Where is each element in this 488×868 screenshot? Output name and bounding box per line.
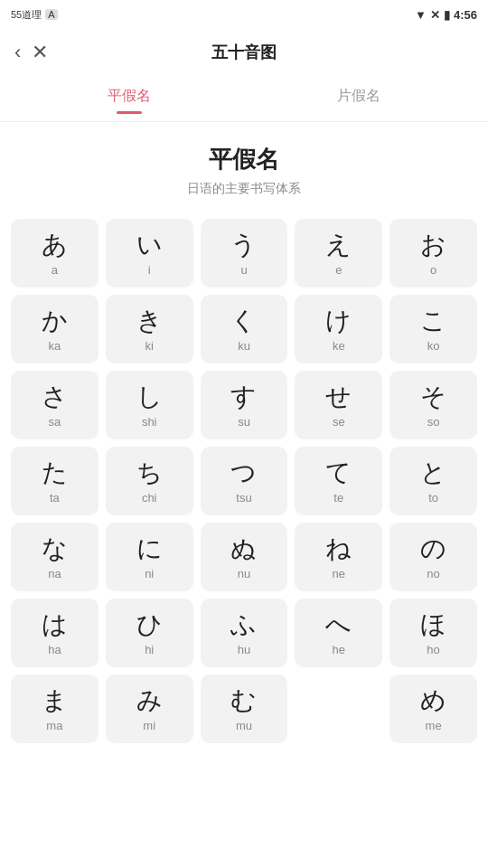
kana-cell-5-1[interactable]: ひhi	[106, 599, 193, 667]
status-a-icon: A	[45, 9, 57, 20]
kana-char-5-3: へ	[325, 609, 352, 640]
kana-char-4-2: ぬ	[230, 533, 257, 564]
kana-cell-4-4[interactable]: のno	[389, 523, 477, 591]
section-subtitle: 日语的主要书写体系	[14, 181, 474, 197]
kana-roman-0-3: e	[335, 263, 342, 277]
kana-cell-5-0[interactable]: はha	[11, 599, 99, 667]
kana-cell-2-3[interactable]: せse	[295, 371, 382, 439]
kana-char-0-3: え	[325, 230, 352, 260]
kana-cell-3-0[interactable]: たta	[11, 447, 99, 515]
kana-char-3-2: つ	[230, 458, 257, 488]
kana-cell-6-4[interactable]: めme	[389, 675, 477, 743]
kana-roman-3-0: ta	[50, 491, 60, 505]
kana-cell-3-4[interactable]: とto	[389, 447, 477, 515]
kana-roman-6-0: ma	[46, 719, 62, 732]
kana-char-5-0: は	[42, 609, 68, 640]
kana-char-5-1: ひ	[136, 609, 163, 640]
kana-cell-1-0[interactable]: かka	[11, 295, 99, 363]
status-left: 55道理 A	[11, 8, 58, 22]
kana-roman-4-3: ne	[333, 567, 345, 580]
kana-cell-0-1[interactable]: いi	[106, 219, 193, 288]
kana-roman-1-1: ki	[145, 339, 154, 353]
kana-roman-5-4: ho	[427, 643, 439, 656]
status-left-text: 55道理	[11, 8, 42, 22]
kana-char-6-2: む	[230, 685, 257, 716]
kana-cell-5-3[interactable]: へhe	[295, 599, 382, 667]
kana-char-6-4: め	[420, 685, 446, 716]
kana-cell-5-4[interactable]: ほho	[389, 599, 477, 667]
status-bar: 55道理 A ▼ ✕ ▮ 4:56	[0, 0, 488, 29]
kana-char-3-4: と	[420, 458, 446, 488]
kana-roman-0-1: i	[148, 263, 151, 277]
kana-cell-3-3[interactable]: てte	[295, 447, 382, 515]
kana-cell-6-0[interactable]: まma	[11, 675, 99, 743]
kana-roman-3-3: te	[333, 491, 343, 505]
tab-hiragana[interactable]: 平假名	[14, 76, 244, 121]
kana-cell-6-1[interactable]: みmi	[106, 675, 193, 743]
kana-char-3-3: て	[325, 458, 352, 488]
signal-icon: ✕	[430, 8, 440, 22]
top-nav: ‹ ✕ 五十音图	[0, 29, 488, 76]
kana-cell-2-0[interactable]: さsa	[11, 371, 99, 439]
kana-roman-2-4: so	[427, 415, 440, 429]
kana-roman-5-0: ha	[48, 643, 61, 656]
kana-char-5-2: ふ	[230, 609, 257, 640]
kana-cell-1-3[interactable]: けke	[295, 295, 382, 363]
kana-roman-1-4: ko	[427, 339, 440, 353]
kana-char-6-1: み	[136, 685, 163, 716]
kana-char-4-4: の	[420, 533, 446, 564]
section-main-title: 平假名	[14, 144, 474, 175]
kana-cell-0-0[interactable]: あa	[11, 219, 99, 288]
kana-char-1-3: け	[325, 306, 352, 336]
kana-char-5-4: ほ	[420, 609, 446, 640]
kana-char-2-4: そ	[420, 382, 446, 412]
kana-char-2-0: さ	[42, 382, 68, 412]
kana-roman-6-4: me	[426, 719, 442, 732]
kana-roman-4-2: nu	[238, 567, 250, 580]
kana-roman-6-2: mu	[236, 719, 252, 732]
kana-roman-4-1: ni	[145, 567, 154, 580]
kana-cell-4-1[interactable]: にni	[106, 523, 193, 591]
kana-roman-2-2: su	[238, 415, 250, 429]
kana-cell-6-2[interactable]: むmu	[201, 675, 288, 743]
kana-char-2-2: す	[230, 382, 257, 412]
kana-char-0-1: い	[136, 230, 163, 260]
kana-roman-2-3: se	[333, 415, 345, 429]
kana-cell-3-1[interactable]: ちchi	[106, 447, 193, 515]
kana-char-4-0: な	[42, 533, 68, 564]
kana-char-1-2: く	[230, 306, 257, 336]
kana-cell-1-2[interactable]: くku	[201, 295, 288, 363]
kana-char-2-1: し	[136, 382, 163, 412]
kana-roman-1-2: ku	[238, 339, 250, 353]
kana-char-0-2: う	[230, 230, 257, 260]
kana-roman-6-1: mi	[143, 719, 155, 732]
tab-katakana[interactable]: 片假名	[244, 76, 474, 121]
kana-cell-4-0[interactable]: なna	[11, 523, 99, 591]
status-right: ▼ ✕ ▮ 4:56	[415, 8, 477, 22]
kana-cell-0-2[interactable]: うu	[201, 219, 288, 288]
back-button[interactable]: ‹	[14, 41, 21, 64]
kana-cell-3-2[interactable]: つtsu	[201, 447, 288, 515]
kana-cell-4-3[interactable]: ねne	[295, 523, 382, 591]
kana-cell-2-4[interactable]: そso	[389, 371, 477, 439]
kana-cell-4-2[interactable]: ぬnu	[201, 523, 288, 591]
kana-cell-1-4[interactable]: こko	[389, 295, 477, 363]
kana-cell-2-1[interactable]: しshi	[106, 371, 193, 439]
kana-grid: あaいiうuえeおoかkaきkiくkuけkeこkoさsaしshiすsuせseそs…	[0, 204, 488, 758]
kana-char-1-0: か	[42, 306, 68, 336]
kana-cell-0-3[interactable]: えe	[295, 219, 382, 288]
kana-cell-0-4[interactable]: おo	[389, 219, 477, 288]
kana-char-4-1: に	[136, 533, 163, 564]
kana-roman-3-4: to	[428, 491, 438, 505]
close-button[interactable]: ✕	[32, 41, 48, 64]
tabs-container: 平假名 片假名	[0, 76, 488, 122]
kana-cell-1-1[interactable]: きki	[106, 295, 193, 363]
battery-icon: ▮	[444, 8, 450, 22]
kana-cell-5-2[interactable]: ふhu	[201, 599, 288, 667]
page-title: 五十音图	[211, 42, 277, 63]
kana-roman-0-2: u	[240, 263, 247, 277]
kana-char-3-0: た	[42, 458, 68, 488]
kana-cell-2-2[interactable]: すsu	[201, 371, 288, 439]
kana-roman-1-0: ka	[49, 339, 61, 353]
wifi-icon: ▼	[415, 8, 427, 22]
